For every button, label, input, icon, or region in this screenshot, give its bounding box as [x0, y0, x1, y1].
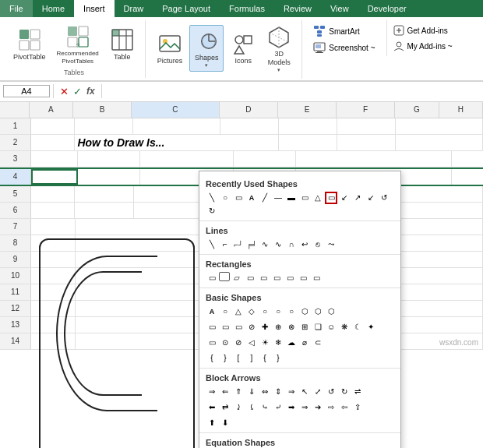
row-header-8[interactable]: 8 [0, 235, 31, 251]
shape-item[interactable]: ⊘ [232, 337, 245, 349]
row-header-4[interactable]: 4 [0, 169, 31, 185]
col-header-H[interactable]: H [439, 102, 483, 118]
shape-item[interactable]: ⬅ [206, 401, 218, 414]
shape-item[interactable]: ↖ [298, 386, 311, 398]
shape-item[interactable]: ○ [259, 305, 271, 318]
shapes-button[interactable]: Shapes ▾ [189, 25, 224, 72]
shape-item[interactable]: ▭ [284, 272, 296, 284]
icons-button[interactable]: Icons [227, 29, 259, 68]
cell-A1[interactable] [31, 118, 75, 134]
shape-item[interactable]: ⬡ [312, 305, 324, 318]
cell-D1[interactable] [220, 118, 279, 134]
shape-item[interactable]: ⤳ [325, 238, 337, 251]
shape-item[interactable]: } [219, 352, 231, 365]
row-header-11[interactable]: 11 [0, 284, 31, 300]
confirm-icon[interactable]: ✓ [73, 86, 82, 97]
shape-item[interactable]: ○ [272, 305, 284, 318]
shape-item[interactable]: ⊗ [285, 321, 298, 333]
shape-item[interactable]: ⬇ [219, 417, 231, 429]
col-header-B[interactable]: B [73, 102, 132, 118]
pivot-table-button[interactable]: PivotTable [9, 25, 50, 64]
shape-item[interactable]: ⬡ [298, 305, 311, 318]
shape-item[interactable]: ▭ [310, 272, 323, 284]
col-header-G[interactable]: G [395, 102, 439, 118]
cell-A2[interactable] [31, 135, 75, 150]
shape-item[interactable]: ⤶ [272, 401, 284, 414]
shape-item[interactable]: ⎋ [312, 238, 324, 251]
shape-item[interactable]: ⤹ [245, 401, 258, 414]
tab-draw[interactable]: Draw [115, 0, 153, 17]
shape-item[interactable]: ➔ [312, 401, 324, 414]
shape-item[interactable]: ] [245, 352, 258, 365]
cell-E1[interactable] [279, 118, 337, 134]
pictures-button[interactable]: Pictures [153, 29, 187, 68]
shape-item[interactable]: ⇐ [219, 386, 231, 398]
shape-item[interactable]: ⇒ [206, 386, 218, 398]
shape-item[interactable]: ⇒ [298, 401, 311, 414]
shape-item[interactable]: ╱ [259, 192, 271, 204]
shape-item[interactable]: ∩ [285, 238, 298, 251]
shape-item[interactable]: ╲ [206, 238, 218, 251]
shape-item[interactable]: { [259, 352, 271, 365]
cell-A7[interactable] [31, 219, 76, 235]
cell-B2[interactable]: How to Draw Is... [75, 135, 278, 150]
cell-C1[interactable] [133, 118, 220, 134]
cell-B3[interactable] [78, 151, 140, 167]
shape-item[interactable]: ⇪ [351, 401, 364, 414]
cell-G2[interactable] [396, 135, 483, 150]
row-header-13[interactable]: 13 [0, 317, 31, 333]
shape-item[interactable]: ∿ [259, 238, 271, 251]
function-icon[interactable]: fx [86, 86, 95, 97]
shape-item[interactable]: ▭ [257, 272, 270, 284]
shape-item[interactable]: ⊙ [219, 337, 231, 349]
shape-item[interactable]: ↻ [338, 386, 351, 398]
shape-item[interactable]: [ [232, 352, 245, 365]
tab-developer[interactable]: Developer [358, 0, 416, 17]
shape-item[interactable]: ⊞ [298, 321, 311, 333]
shape-item[interactable]: ↺ [325, 386, 337, 398]
shape-item[interactable]: ↻ [206, 205, 218, 217]
shape-item[interactable]: ⇦ [338, 401, 351, 414]
tab-view[interactable]: View [321, 0, 358, 17]
shape-item[interactable]: ➡ [285, 401, 298, 414]
shape-item[interactable]: ○ [285, 305, 298, 318]
cell-G1[interactable] [396, 118, 483, 134]
3d-models-button[interactable]: 3DModels ▾ [263, 22, 295, 76]
row-header-14[interactable]: 14 [0, 333, 31, 349]
cancel-icon[interactable]: ✕ [60, 86, 69, 97]
cell-A3[interactable] [31, 151, 78, 167]
row-header-2[interactable]: 2 [0, 135, 31, 150]
row-header-7[interactable]: 7 [0, 219, 31, 235]
shape-item[interactable]: ⇕ [272, 386, 284, 398]
tab-insert[interactable]: Insert [74, 0, 115, 17]
shape-item[interactable]: ▭ [232, 321, 245, 333]
shape-item[interactable]: ✚ [259, 321, 271, 333]
my-addins-button[interactable]: My Add-ins ~ [390, 39, 456, 53]
cell-E2[interactable] [337, 135, 396, 150]
shape-item[interactable]: ▬ [285, 192, 298, 204]
shape-item[interactable]: ⇓ [245, 386, 258, 398]
shape-item[interactable]: ❋ [338, 321, 351, 333]
cell-F1[interactable] [337, 118, 396, 134]
shape-item[interactable]: ⌐┘ [232, 238, 245, 251]
shape-item[interactable]: ✦ [365, 321, 377, 333]
shape-item[interactable]: ⇒ [285, 386, 298, 398]
shape-item-selected[interactable]: ▭ [325, 192, 337, 204]
shape-item[interactable]: A [245, 192, 258, 204]
cell-D2[interactable] [279, 135, 337, 150]
shape-item[interactable]: } [272, 352, 284, 365]
cell-B4[interactable] [78, 169, 140, 185]
shape-item[interactable]: ▱ [231, 272, 243, 284]
shape-item[interactable]: ❑ [312, 321, 324, 333]
shape-item[interactable]: ⇄ [219, 401, 231, 414]
shape-item[interactable] [219, 272, 230, 281]
row-header-9[interactable]: 9 [0, 252, 31, 267]
shape-item[interactable]: ⬡ [325, 305, 337, 318]
tab-file[interactable]: File [0, 0, 33, 17]
shape-item[interactable]: ▭ [232, 192, 245, 204]
tab-home[interactable]: Home [33, 0, 74, 17]
col-header-A[interactable]: A [30, 102, 73, 118]
shape-item[interactable]: { [206, 352, 218, 365]
row-header-5[interactable]: 5 [0, 186, 31, 202]
cell-B5[interactable] [75, 186, 133, 202]
